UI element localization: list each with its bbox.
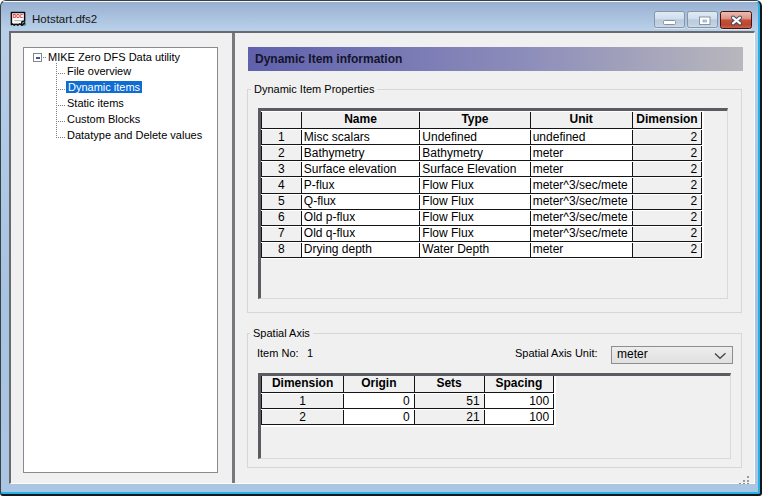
svg-text:DOC: DOC — [13, 13, 23, 19]
